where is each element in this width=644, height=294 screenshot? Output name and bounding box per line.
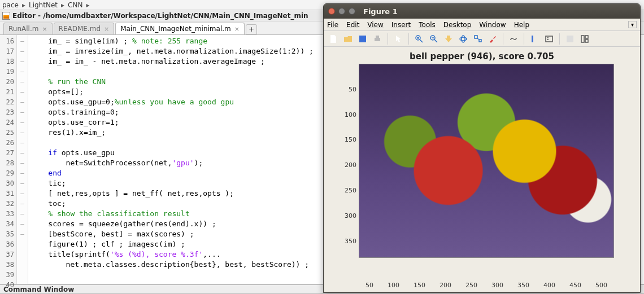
menu-desktop[interactable]: Desktop xyxy=(443,21,472,29)
dock-chevron-icon[interactable]: ▾ xyxy=(628,21,637,28)
tab-label: Main_CNN_ImageNet_minimal.m xyxy=(120,25,230,33)
layout-icon[interactable] xyxy=(578,33,591,45)
toolbar-separator xyxy=(524,33,524,45)
figure-title: Figure 1 xyxy=(363,7,398,16)
new-icon[interactable] xyxy=(327,33,340,45)
line-number-gutter: 16 17 18 19 20 21 22 23 24 25 26 27 28 2… xyxy=(0,35,17,284)
brush-icon[interactable] xyxy=(486,33,499,45)
editor-tab[interactable]: README.md× xyxy=(54,23,115,34)
y-tick: 200 xyxy=(344,161,356,169)
menu-insert[interactable]: Insert xyxy=(391,21,411,29)
close-tab-icon[interactable]: × xyxy=(234,25,240,33)
axes-title: bell pepper (946), score 0.705 xyxy=(324,51,640,62)
window-close-button[interactable] xyxy=(328,8,335,15)
menu-help[interactable]: Help xyxy=(514,21,529,29)
hide-icon[interactable] xyxy=(564,33,576,45)
close-tab-icon[interactable]: × xyxy=(104,25,109,33)
y-tick: 300 xyxy=(344,212,356,220)
zoom-out-icon[interactable] xyxy=(428,33,440,45)
crumb[interactable]: pace xyxy=(2,1,19,9)
y-tick: 250 xyxy=(344,187,356,194)
pointer-icon[interactable] xyxy=(392,33,404,45)
window-maximize-button[interactable] xyxy=(349,8,355,15)
new-tab-button[interactable]: + xyxy=(246,24,257,34)
figure-window[interactable]: Figure 1 FileEditViewInsertToolsDesktopW… xyxy=(323,3,641,293)
x-tick: 300 xyxy=(491,282,503,289)
close-tab-icon[interactable]: × xyxy=(42,25,47,33)
zoom-in-icon[interactable] xyxy=(413,33,425,45)
datacursor-icon[interactable] xyxy=(472,33,484,45)
x-tick: 250 xyxy=(465,282,477,289)
tab-label: RunAll.m xyxy=(8,25,38,33)
crumb-sep: ▸ xyxy=(22,1,25,9)
menu-tools[interactable]: Tools xyxy=(419,21,436,29)
menu-edit[interactable]: Edit xyxy=(346,21,359,29)
rotate3d-icon[interactable] xyxy=(457,33,469,45)
y-tick: 150 xyxy=(344,136,356,143)
x-tick: 500 xyxy=(595,282,607,289)
menu-view[interactable]: View xyxy=(367,21,383,29)
toolbar-separator xyxy=(503,33,503,45)
menu-file[interactable]: File xyxy=(327,21,338,29)
x-tick: 350 xyxy=(517,282,529,289)
figure-axes[interactable]: bell pepper (946), score 0.705 501001502… xyxy=(324,47,640,292)
editor-tab[interactable]: RunAll.m× xyxy=(3,23,53,34)
y-tick: 350 xyxy=(344,238,356,245)
figure-menubar: FileEditViewInsertToolsDesktopWindowHelp… xyxy=(324,19,640,31)
tab-label: README.md xyxy=(59,25,101,33)
x-tick: 200 xyxy=(440,282,451,289)
x-tick: 50 xyxy=(365,282,373,289)
toolbar-separator xyxy=(388,33,388,45)
x-tick: 400 xyxy=(543,282,555,289)
toolbar-separator xyxy=(408,33,409,45)
breakpoint-gutter[interactable]: – – – – – – – – – – – – – – – – – – – – xyxy=(17,35,28,284)
editor-title: Editor - /home/umdbaxter/Workspace/Light… xyxy=(12,12,308,20)
print-icon[interactable] xyxy=(371,33,384,45)
x-tick: 100 xyxy=(388,282,399,289)
editor-tab[interactable]: Main_CNN_ImageNet_minimal.m× xyxy=(115,23,245,34)
axes-image[interactable] xyxy=(359,64,614,258)
crumb-sep: ▸ xyxy=(61,1,64,9)
open-icon[interactable] xyxy=(342,33,354,45)
link-icon[interactable] xyxy=(507,33,520,45)
figure-titlebar[interactable]: Figure 1 xyxy=(324,4,640,19)
x-ticks: 50100150200250300350400450500 xyxy=(359,282,614,289)
y-tick: 100 xyxy=(344,111,356,119)
figure-toolbar xyxy=(324,31,640,47)
window-minimize-button[interactable] xyxy=(338,8,345,15)
colorbar-icon[interactable] xyxy=(528,33,541,45)
legend-icon[interactable] xyxy=(543,33,555,45)
document-icon xyxy=(2,12,10,20)
x-tick: 150 xyxy=(414,282,425,289)
toolbar-separator xyxy=(559,33,560,45)
crumb-sep: ▸ xyxy=(86,1,89,9)
menu-window[interactable]: Window xyxy=(479,21,506,29)
x-tick: 450 xyxy=(569,282,581,289)
crumb[interactable]: LightNet xyxy=(29,1,58,9)
pan-icon[interactable] xyxy=(442,33,455,45)
y-tick: 50 xyxy=(344,86,356,93)
save-icon[interactable] xyxy=(356,33,369,45)
crumb[interactable]: CNN xyxy=(68,1,82,9)
